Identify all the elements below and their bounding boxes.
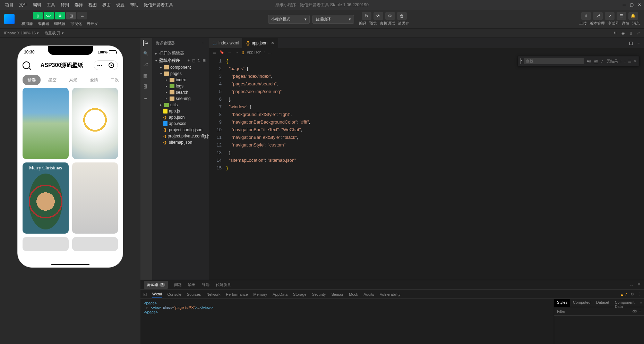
menu-icon[interactable]: ☰ — [213, 50, 216, 54]
file-app-wxss[interactable]: app.wxss — [152, 120, 209, 127]
devtab-vulnerability[interactable]: Vulnerability — [380, 291, 401, 298]
menu-select[interactable]: 选择 — [72, 1, 85, 9]
devtab-wxml[interactable]: Wxml — [152, 291, 162, 298]
hot-reload-toggle[interactable]: 热重载 开 ▾ — [44, 31, 64, 36]
tab-problems[interactable]: 问题 — [174, 282, 182, 287]
refresh-icon[interactable]: ↻ — [197, 58, 200, 63]
back-icon[interactable]: ← — [228, 50, 232, 54]
next-match-icon[interactable]: ↓ — [624, 59, 626, 64]
bookmark-icon[interactable]: 🔖 — [220, 50, 224, 54]
collapse-icon[interactable]: ⊟ — [203, 58, 206, 63]
folder-component[interactable]: ▸component — [152, 64, 209, 70]
source-control-icon[interactable]: ⎇ — [143, 62, 149, 68]
open-editors-section[interactable]: ▸打开的编辑器 — [152, 50, 209, 57]
folder-search[interactable]: ▸search — [152, 89, 209, 95]
more-icon[interactable]: ⋮ — [637, 292, 641, 296]
cls-toggle[interactable]: .cls — [632, 309, 637, 313]
styletab-dataset[interactable]: Dataset — [593, 299, 612, 307]
file-project-private[interactable]: {}project.private.config.js... — [152, 133, 209, 139]
devtab-mock[interactable]: Mock — [349, 291, 358, 298]
devtab-network[interactable]: Network — [206, 291, 220, 298]
menu-view[interactable]: 视图 — [86, 1, 99, 9]
collapse-panel-icon[interactable]: ︿ — [630, 282, 634, 287]
menu-project[interactable]: 项目 — [3, 1, 16, 9]
regex-icon[interactable]: .* — [600, 59, 604, 64]
devtab-console[interactable]: Console — [168, 291, 181, 298]
menu-edit[interactable]: 编辑 — [31, 1, 44, 9]
breadcrumb-more[interactable]: ... — [268, 50, 272, 54]
record-icon[interactable]: ◉ — [621, 31, 625, 35]
more-icon[interactable]: ⋯ — [202, 41, 206, 45]
menu-wechat-devtools[interactable]: 微信开发者工具 — [141, 1, 175, 9]
devtab-sources[interactable]: Sources — [187, 291, 201, 298]
tab-stars[interactable]: 星空 — [43, 75, 61, 85]
folder-utils[interactable]: ▸utils — [152, 102, 209, 108]
messages-button[interactable]: 🔔 — [628, 12, 638, 20]
folder-index[interactable]: ▸index — [152, 77, 209, 83]
simulator-button[interactable]: ▯ — [33, 12, 43, 19]
close-find-icon[interactable]: ✕ — [634, 59, 637, 64]
device-select[interactable]: iPhone X 100% 16 ▾ — [4, 31, 39, 35]
tab-app-json[interactable]: {}app.json✕ — [243, 38, 278, 48]
styletab-computed[interactable]: Computed — [570, 299, 593, 307]
code-editor[interactable]: › Aa ab .* 无结果 ↑ ↓ ☰ ✕ — [209, 56, 644, 280]
upload-button[interactable]: ⇧ — [581, 12, 591, 20]
styletab-component[interactable]: Component Data — [612, 299, 637, 307]
tab-index-wxml[interactable]: ⬚index.wxml — [209, 38, 243, 48]
file-app-js[interactable]: app.js — [152, 108, 209, 114]
wallpaper-card[interactable]: Merry Christmas — [23, 162, 69, 234]
editor-button[interactable]: </> — [44, 12, 54, 19]
wallpaper-card[interactable] — [72, 88, 118, 159]
extensions-icon[interactable]: ▦ — [143, 73, 149, 79]
find-expand-icon[interactable]: › — [520, 58, 522, 64]
tab-love[interactable]: 爱情 — [85, 75, 103, 85]
close-tab-icon[interactable]: ✕ — [271, 41, 274, 45]
wallpaper-card[interactable] — [72, 237, 118, 251]
add-style-icon[interactable]: + — [639, 309, 641, 314]
devtab-memory[interactable]: Memory — [254, 291, 267, 298]
devtab-storage[interactable]: Storage — [293, 291, 307, 298]
forward-icon[interactable]: → — [235, 50, 239, 54]
tab-scenery[interactable]: 风景 — [64, 75, 82, 85]
wallpaper-card[interactable] — [23, 88, 69, 159]
close-capsule-icon[interactable] — [109, 62, 114, 68]
menu-tools[interactable]: 工具 — [44, 1, 58, 9]
clear-cache-button[interactable]: 🗑 — [397, 12, 407, 20]
compile-select[interactable]: 普通编译▾ — [312, 15, 354, 24]
preview-button[interactable]: 👁 — [373, 12, 383, 20]
split-editor-icon[interactable]: ◫ — [629, 41, 633, 45]
devtab-appdata[interactable]: AppData — [273, 291, 287, 298]
more-icon[interactable]: ⋯ — [636, 41, 641, 45]
mode-select[interactable]: 小程序模式▾ — [268, 15, 310, 24]
tab-output[interactable]: 输出 — [188, 282, 196, 287]
version-button[interactable]: ⎇ — [593, 12, 603, 20]
search-icon[interactable] — [23, 61, 30, 69]
styletab-more[interactable]: » — [637, 299, 644, 307]
explorer-icon[interactable]: 🗂 — [143, 40, 149, 46]
menu-interface[interactable]: 界面 — [100, 1, 113, 9]
menu-settings[interactable]: 设置 — [114, 1, 127, 9]
details-button[interactable]: ☰ — [617, 12, 626, 20]
warnings-badge[interactable]: ▲ 7 — [620, 292, 627, 296]
menu-goto[interactable]: 转到 — [58, 1, 71, 9]
capsule-menu[interactable] — [94, 60, 118, 70]
file-sitemap[interactable]: {}sitemap.json — [152, 139, 209, 145]
find-in-selection-icon[interactable]: ☰ — [628, 59, 632, 64]
close-button[interactable]: ✕ — [638, 2, 641, 7]
cloud-icon[interactable]: ☁ — [143, 95, 149, 102]
file-project-config[interactable]: {}project.config.json — [152, 127, 209, 133]
minimap[interactable] — [623, 56, 644, 280]
debugger-button[interactable]: ⧉ — [55, 12, 65, 19]
remote-debug-button[interactable]: ⚙ — [385, 12, 395, 20]
menu-file[interactable]: 文件 — [17, 1, 30, 9]
devtab-security[interactable]: Security — [312, 291, 326, 298]
database-icon[interactable]: 🗄 — [143, 84, 149, 91]
tab-featured[interactable]: 精选 — [23, 75, 41, 85]
styles-filter-input[interactable] — [557, 309, 632, 313]
inspect-icon[interactable]: ◱ — [143, 292, 147, 296]
tab-debugger[interactable]: 调试器7 — [144, 281, 168, 289]
refresh-icon[interactable]: ↻ — [613, 31, 617, 35]
breadcrumb-file[interactable]: app.json — [247, 50, 261, 54]
devtab-performance[interactable]: Performance — [226, 291, 248, 298]
compile-button[interactable]: ↻ — [362, 12, 371, 20]
